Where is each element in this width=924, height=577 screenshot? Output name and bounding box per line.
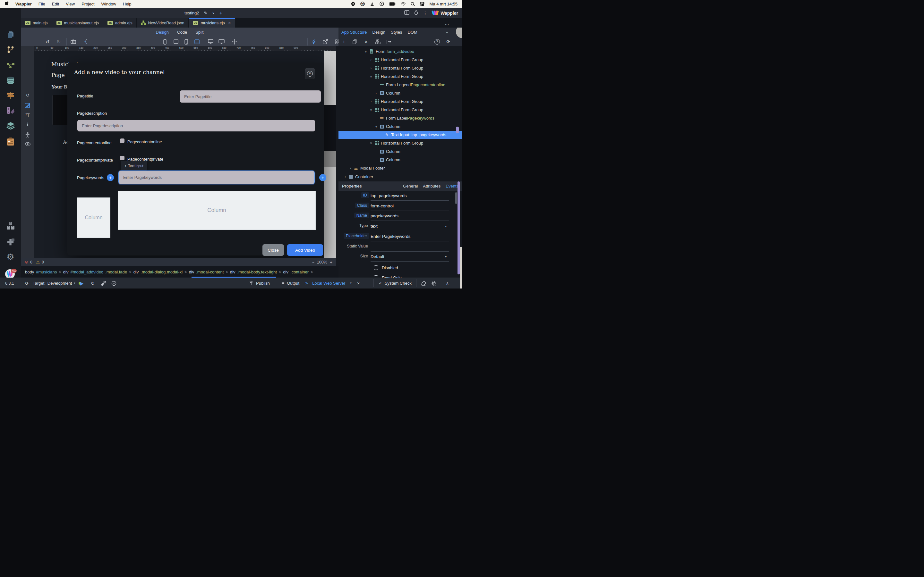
breadcrumb-segment[interactable]: #modal_addvideo: [70, 269, 103, 274]
tree-node[interactable]: ∨Form: form_addvideo: [338, 47, 462, 55]
breadcrumb-segment[interactable]: .modal-dialog.modal-xl: [141, 269, 183, 274]
pagecontentprivate-checkbox[interactable]: [120, 156, 124, 160]
tab-musicians.ejs[interactable]: JSmusicians.ejs×: [189, 18, 235, 27]
tablet-icon[interactable]: [172, 37, 180, 46]
checkbox-icon[interactable]: [374, 276, 378, 277]
properties-tab-attributes[interactable]: Attributes: [423, 184, 441, 189]
system-check-button[interactable]: System Check: [384, 281, 412, 285]
menu-item-view[interactable]: View: [66, 2, 75, 6]
tab-NewVideoRead.json[interactable]: NewVideoRead.json: [137, 18, 189, 27]
breadcrumb-segment[interactable]: body: [25, 269, 34, 274]
properties-tab-events[interactable]: Events: [446, 184, 459, 189]
breadcrumb-segment[interactable]: div: [189, 269, 194, 274]
tree-node[interactable]: ›Container: [338, 172, 462, 181]
node-connections-icon[interactable]: [0, 61, 21, 69]
chevron-right-icon[interactable]: ›: [368, 66, 373, 70]
publish-button[interactable]: Publish: [256, 281, 270, 285]
panel-tab-app-structure[interactable]: App Structure: [341, 30, 367, 35]
chevron-right-icon[interactable]: ›: [374, 91, 379, 95]
packages-icon[interactable]: [0, 222, 21, 230]
panel-tab-design[interactable]: Design: [373, 30, 385, 35]
checkbox-icon[interactable]: [374, 266, 378, 270]
settings-icon[interactable]: ⚙: [0, 253, 21, 261]
menu-item-wappler[interactable]: Wappler: [15, 2, 32, 6]
target-refresh-icon[interactable]: ⟳: [25, 278, 29, 288]
view-mode-design[interactable]: Design: [156, 30, 169, 35]
edit-project-icon[interactable]: ✎: [204, 11, 208, 15]
chevron-down-icon[interactable]: ∨: [368, 141, 373, 145]
properties-tab-general[interactable]: General: [403, 184, 418, 189]
property-value[interactable]: pagekeywords: [371, 213, 399, 218]
target-dropdown-icon[interactable]: ▾: [74, 282, 75, 285]
column-placeholder-large[interactable]: Column: [118, 191, 316, 230]
dark-mode-icon[interactable]: ☾: [82, 37, 91, 46]
accessibility-icon[interactable]: [21, 132, 34, 137]
view-mode-code[interactable]: Code: [177, 30, 187, 35]
output-button[interactable]: Output: [287, 281, 299, 285]
tab-close-icon[interactable]: ×: [228, 21, 231, 25]
panel-tab-styles[interactable]: Styles: [391, 30, 402, 35]
breadcrumb-segment[interactable]: div: [283, 269, 288, 274]
zoom-out-button[interactable]: −: [312, 260, 314, 264]
packages-box-icon[interactable]: [373, 37, 382, 46]
tree-node-selected[interactable]: ✎Text Input: inp_pagekeywords: [338, 131, 462, 139]
layers-icon[interactable]: [0, 122, 21, 129]
add-after-button[interactable]: +: [319, 174, 326, 181]
tree-node[interactable]: ›Column: [338, 89, 462, 97]
delete-icon[interactable]: ✕: [362, 37, 370, 46]
view-mode-split[interactable]: Split: [195, 30, 204, 35]
panel-tab-dom[interactable]: DOM: [407, 30, 417, 35]
control-center-icon[interactable]: [420, 2, 425, 6]
property-value[interactable]: text: [371, 224, 378, 229]
tree-node[interactable]: Column: [338, 147, 462, 156]
menu-item-help[interactable]: Help: [123, 2, 132, 6]
tab-admin.ejs[interactable]: JSadmin.ejs: [103, 18, 137, 27]
column-placeholder-small[interactable]: Column: [77, 197, 110, 238]
collapse-panel-icon[interactable]: ∧: [446, 278, 449, 288]
property-checkbox-read-only[interactable]: Read Only: [374, 274, 401, 277]
tree-node[interactable]: ∨Horizontal Form Group: [338, 72, 462, 81]
select-chevron-icon[interactable]: ▾: [445, 225, 447, 228]
add-video-button[interactable]: Add Video: [287, 244, 323, 256]
tree-node[interactable]: Column: [338, 156, 462, 164]
chevron-down-icon[interactable]: ∨: [368, 108, 373, 111]
menu-clock[interactable]: Ma 4 mrt 14:55: [430, 2, 457, 6]
typography-icon[interactable]: тT: [21, 113, 34, 118]
chevron-right-icon[interactable]: ›: [348, 166, 353, 170]
share-icon[interactable]: [321, 37, 330, 46]
run-button[interactable]: ▶: [80, 278, 84, 288]
breadcrumb-segment[interactable]: #musicians: [36, 269, 57, 274]
menu-item-window[interactable]: Window: [102, 2, 116, 6]
battery-icon[interactable]: [389, 2, 396, 6]
chevron-right-icon[interactable]: ›: [368, 100, 373, 103]
git-icon[interactable]: [0, 45, 21, 54]
vlc-cone-icon[interactable]: [370, 2, 375, 6]
screenshot-icon[interactable]: [69, 37, 78, 46]
pagedescription-input[interactable]: [78, 120, 315, 131]
more-tabs-icon[interactable]: …: [445, 18, 449, 27]
property-value[interactable]: Enter Pagekeywords: [371, 234, 411, 239]
project-files-icon[interactable]: [0, 30, 21, 39]
droplet-icon[interactable]: [414, 10, 418, 16]
undo-icon[interactable]: ↺: [43, 37, 52, 46]
web-server-button[interactable]: Local Web Server: [312, 281, 345, 285]
extensions-icon[interactable]: [0, 238, 21, 246]
tree-node[interactable]: ∨Horizontal Form Group: [338, 105, 462, 114]
wifi-icon[interactable]: [401, 2, 405, 6]
add-before-button[interactable]: +: [107, 174, 114, 181]
breadcrumb-segment[interactable]: .modal-content: [196, 269, 224, 274]
edit-mode-icon[interactable]: [21, 102, 34, 108]
tree-node[interactable]: ›Horizontal Form Group: [338, 55, 462, 64]
breadcrumb-segment[interactable]: div: [63, 269, 69, 274]
tree-node[interactable]: ›Modal Footer: [338, 164, 462, 172]
property-checkbox-disabled[interactable]: Disabled: [374, 263, 398, 272]
pagecontentonline-checkbox[interactable]: [120, 139, 124, 143]
onepassword-icon[interactable]: [351, 2, 355, 6]
validate-icon[interactable]: [111, 278, 116, 288]
chevron-down-icon[interactable]: ∨: [374, 125, 379, 128]
debug-bug-icon[interactable]: [431, 278, 436, 288]
tab-musicianslayout.ejs[interactable]: JSmusicianslayout.ejs: [52, 18, 103, 27]
preview-eye-icon[interactable]: [21, 142, 34, 146]
breadcrumb-segment[interactable]: .modal.fade: [105, 269, 127, 274]
pagetitle-input[interactable]: [180, 90, 321, 103]
